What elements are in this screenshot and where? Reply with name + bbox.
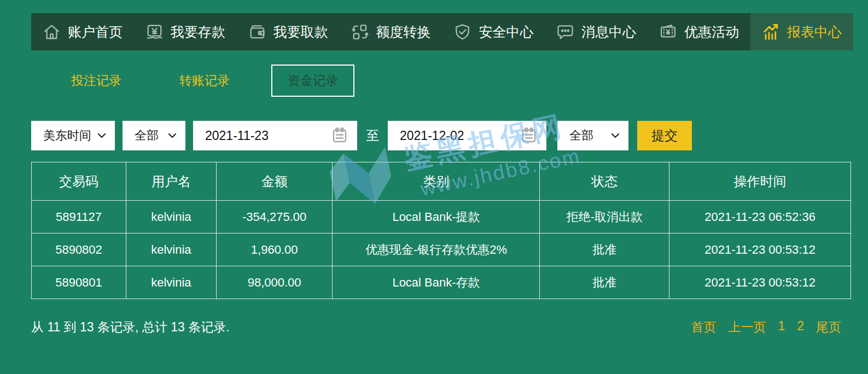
type-select-value: 全部 bbox=[135, 127, 159, 144]
cell-operation-time: 2021-11-23 00:53:12 bbox=[669, 233, 851, 266]
chevron-down-icon bbox=[611, 133, 620, 138]
header-username: 用户名 bbox=[126, 162, 217, 201]
tab-transfer-records[interactable]: 转账记录 bbox=[163, 65, 246, 97]
status-select[interactable]: 全部 bbox=[557, 121, 628, 150]
promo-icon bbox=[659, 23, 677, 41]
header-status: 状态 bbox=[540, 162, 669, 201]
pagination-first[interactable]: 首页 bbox=[691, 319, 716, 336]
security-icon bbox=[453, 23, 471, 41]
nav-item-label: 优惠活动 bbox=[684, 23, 739, 41]
records-summary: 从 11 到 13 条记录, 总计 13 条记录. bbox=[31, 319, 230, 336]
filter-bar: 美东时间 全部 2021-11-23 至 2021-12-02 全部 提交 bbox=[31, 121, 692, 150]
date-range-to-label: 至 bbox=[365, 127, 380, 144]
header-operation-time: 操作时间 bbox=[669, 162, 851, 201]
transfer-icon bbox=[351, 23, 369, 41]
table-row: 5890802 kelvinia 1,960.00 优惠现金-银行存款优惠2% … bbox=[32, 233, 851, 266]
status-select-value: 全部 bbox=[569, 127, 593, 144]
nav-item-label: 我要存款 bbox=[171, 23, 225, 41]
date-to-input[interactable]: 2021-12-02 bbox=[388, 121, 546, 150]
pagination: 首页 上一页 1 2 尾页 bbox=[691, 319, 851, 336]
cell-amount: -354,275.00 bbox=[216, 201, 333, 233]
pagination-prev[interactable]: 上一页 bbox=[728, 319, 766, 336]
nav-item-label: 账户首页 bbox=[68, 23, 123, 41]
nav-item-quota-transfer[interactable]: 额度转换 bbox=[340, 13, 442, 50]
cell-category: 优惠现金-银行存款优惠2% bbox=[333, 233, 540, 266]
tab-bet-records[interactable]: 投注记录 bbox=[55, 65, 138, 97]
table-row: 5891127 kelvinia -354,275.00 Local Bank-… bbox=[32, 201, 851, 233]
date-from-value: 2021-11-23 bbox=[205, 128, 269, 143]
cell-category: Local Bank-提款 bbox=[333, 201, 540, 233]
type-select[interactable]: 全部 bbox=[123, 121, 185, 150]
pagination-page-1[interactable]: 1 bbox=[778, 319, 785, 336]
nav-item-label: 报表中心 bbox=[787, 23, 842, 41]
table-row: 5890801 kelvinia 98,000.00 Local Bank-存款… bbox=[32, 266, 851, 299]
cell-username: kelvinia bbox=[126, 233, 217, 266]
record-tabs: 投注记录 转账记录 资金记录 bbox=[55, 66, 354, 95]
calendar-icon[interactable] bbox=[330, 126, 349, 145]
timezone-select[interactable]: 美东时间 bbox=[31, 121, 115, 150]
nav-item-label: 额度转换 bbox=[376, 23, 431, 41]
nav-item-report-center[interactable]: 报表中心 bbox=[750, 13, 853, 50]
nav-item-withdraw[interactable]: 我要取款 bbox=[237, 13, 340, 50]
records-table: 交易码 用户名 金额 类别 状态 操作时间 5891127 kelvinia -… bbox=[31, 162, 851, 299]
nav-item-message-center[interactable]: 消息中心 bbox=[545, 13, 648, 50]
deposit-icon bbox=[145, 23, 164, 41]
nav-item-promotions[interactable]: 优惠活动 bbox=[648, 13, 750, 50]
cell-status: 批准 bbox=[540, 266, 669, 299]
date-from-input[interactable]: 2021-11-23 bbox=[193, 121, 357, 150]
header-category: 类别 bbox=[333, 162, 540, 201]
footer: 从 11 到 13 条记录, 总计 13 条记录. 首页 上一页 1 2 尾页 bbox=[31, 318, 851, 336]
submit-button[interactable]: 提交 bbox=[637, 121, 692, 150]
main-nav: 账户首页 我要存款 我要取款 额度转换 安全中心 消息中心 优惠活动 bbox=[31, 13, 853, 50]
date-to-value: 2021-12-02 bbox=[400, 128, 464, 143]
cell-status: 批准 bbox=[540, 233, 669, 266]
tab-fund-records[interactable]: 资金记录 bbox=[271, 65, 354, 97]
cell-username: kelvinia bbox=[126, 201, 217, 233]
report-icon bbox=[762, 23, 780, 41]
nav-item-deposit[interactable]: 我要存款 bbox=[134, 13, 237, 50]
nav-item-security-center[interactable]: 安全中心 bbox=[442, 13, 545, 50]
cell-amount: 1,960.00 bbox=[216, 233, 333, 266]
table-header-row: 交易码 用户名 金额 类别 状态 操作时间 bbox=[32, 162, 851, 201]
cell-username: kelvinia bbox=[126, 266, 217, 299]
home-icon bbox=[43, 23, 61, 41]
nav-item-label: 消息中心 bbox=[581, 23, 636, 41]
cell-status: 拒绝-取消出款 bbox=[540, 201, 669, 233]
pagination-last[interactable]: 尾页 bbox=[816, 319, 841, 336]
message-icon bbox=[556, 23, 574, 41]
cell-transaction-code: 5891127 bbox=[32, 201, 126, 233]
nav-item-account-home[interactable]: 账户首页 bbox=[31, 13, 134, 50]
timezone-select-value: 美东时间 bbox=[43, 127, 91, 144]
nav-item-label: 安全中心 bbox=[479, 23, 533, 41]
chevron-down-icon bbox=[97, 133, 106, 138]
cell-transaction-code: 5890801 bbox=[32, 266, 126, 299]
header-amount: 金额 bbox=[216, 162, 333, 201]
nav-item-label: 我要取款 bbox=[273, 23, 328, 41]
cell-category: Local Bank-存款 bbox=[333, 266, 540, 299]
cell-transaction-code: 5890802 bbox=[32, 233, 126, 266]
withdraw-icon bbox=[248, 23, 266, 41]
cell-operation-time: 2021-11-23 00:53:12 bbox=[669, 266, 851, 299]
cell-operation-time: 2021-11-23 06:52:36 bbox=[669, 201, 851, 233]
header-transaction-code: 交易码 bbox=[32, 162, 126, 201]
calendar-icon[interactable] bbox=[519, 126, 539, 145]
pagination-page-2[interactable]: 2 bbox=[797, 319, 804, 336]
cell-amount: 98,000.00 bbox=[216, 266, 333, 299]
chevron-down-icon bbox=[168, 133, 177, 138]
